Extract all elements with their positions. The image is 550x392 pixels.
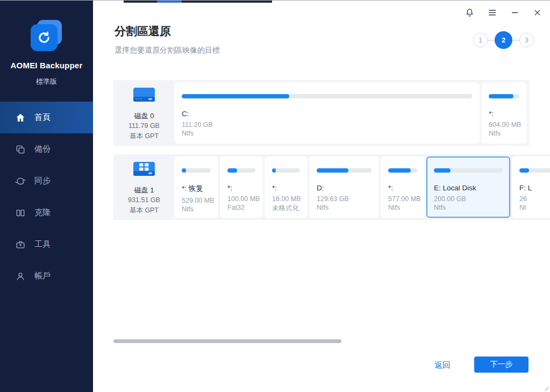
partition-size: 16.00 MB	[272, 195, 300, 203]
disk-row: 磁盘 1931.51 GB基本 GPT*: 恢复529.00 MBNtfs*:1…	[113, 154, 550, 220]
partition-filesystem: Ntfs	[388, 204, 417, 211]
partition-usage-bar	[434, 168, 503, 173]
disk-size: 931.51 GB	[128, 195, 160, 205]
main-area: 分割區還原 選擇您要還原分割區映像的目標 1 2 3 磁盘 0111.79 GB…	[93, 1, 550, 392]
disk-size: 111.79 GB	[128, 121, 160, 131]
partition-filesystem: Ntfs	[182, 130, 472, 137]
partition-size: 129.63 GB	[317, 195, 372, 203]
account-icon	[15, 271, 26, 282]
partition-usage-bar	[227, 168, 255, 173]
partition-filesystem: Fat32	[227, 204, 255, 211]
partition-card[interactable]: D:129.63 GBNtfs	[309, 156, 379, 218]
close-icon[interactable]	[531, 6, 544, 19]
disk-type: 基本 GPT	[130, 131, 159, 141]
partition-name: E: Local Disk	[434, 184, 503, 192]
sidebar-item-sync[interactable]: 同步	[0, 165, 93, 197]
horizontal-scrollbar-thumb[interactable]	[113, 339, 341, 343]
disk-type: 基本 GPT	[130, 205, 159, 215]
clone-icon	[15, 208, 26, 218]
partition-card[interactable]: *: 恢复529.00 MBNtfs	[174, 156, 218, 218]
partition-name: *:	[489, 110, 519, 118]
partition-size: 577.00 MB	[388, 195, 417, 203]
partition-filesystem: Ntfs	[489, 130, 519, 137]
sidebar-item-label: 帳戶	[34, 271, 51, 281]
partition-usage-bar	[489, 94, 519, 98]
sidebar-item-label: 備份	[34, 144, 51, 154]
partition-usage-bar	[388, 168, 417, 173]
partition-size: 604.00 MB	[489, 121, 519, 129]
partition-card[interactable]: F: L26Nt	[512, 156, 550, 218]
partition-card[interactable]: *:604.00 MBNtfs	[481, 82, 527, 144]
disk-name: 磁盘 1	[134, 186, 154, 195]
partition-name: *: 恢复	[182, 184, 211, 194]
menu-icon[interactable]	[485, 6, 498, 19]
partition-name: D:	[317, 184, 372, 192]
step-1: 1	[473, 33, 488, 47]
backup-icon	[15, 144, 26, 155]
partition-size: 26	[519, 195, 550, 203]
partition-card[interactable]: C:111.20 GBNtfs	[174, 82, 480, 144]
sidebar-item-label: 工具	[34, 239, 51, 250]
step-connector	[512, 40, 519, 41]
background-window-sliver-accent	[157, 1, 182, 3]
back-button[interactable]: 返回	[434, 360, 451, 370]
partition-usage-bar	[317, 168, 372, 173]
sidebar-item-label: 克隆	[34, 208, 51, 218]
tools-icon	[15, 239, 26, 250]
partition-usage-bar	[182, 168, 211, 173]
step-connector	[488, 40, 495, 41]
partition-usage-bar	[519, 168, 550, 173]
partition-filesystem: Nt	[519, 204, 550, 211]
sidebar-item-tools[interactable]: 工具	[0, 229, 93, 260]
app-edition: 標準版	[0, 77, 93, 87]
app-logo	[30, 20, 64, 52]
sidebar-item-account[interactable]: 帳戶	[0, 260, 93, 292]
step-3: 3	[519, 33, 534, 47]
sync-icon	[15, 176, 26, 187]
partition-name: *:	[388, 184, 417, 192]
sidebar-item-home[interactable]: 首頁	[0, 102, 93, 133]
disk-info: 磁盘 0111.79 GB基本 GPT	[116, 82, 173, 144]
disk-info: 磁盘 1931.51 GB基本 GPT	[116, 156, 173, 218]
partition-card[interactable]: *:16.00 MB未格式化	[265, 156, 308, 218]
partition-usage-bar	[182, 94, 472, 98]
sidebar-item-label: 首頁	[34, 112, 51, 123]
partition-card[interactable]: *:577.00 MBNtfs	[381, 156, 425, 218]
partition-size: 529.00 MB	[182, 197, 211, 204]
partition-card[interactable]: E: Local Disk200.00 GBNtfs	[426, 156, 510, 218]
sidebar-item-clone[interactable]: 克隆	[0, 197, 93, 229]
window-resize-grip[interactable]	[544, 386, 549, 391]
minimize-icon[interactable]	[508, 6, 521, 19]
partition-filesystem: Ntfs	[182, 205, 211, 213]
partition-filesystem: 未格式化	[272, 204, 300, 213]
partition-name: *:	[272, 184, 300, 192]
disk-panel: 磁盘 0111.79 GB基本 GPTC:111.20 GBNtfs*:604.…	[113, 80, 550, 224]
logo-sync-icon	[31, 24, 58, 51]
partition-size: 200.00 GB	[434, 195, 503, 203]
partition-card[interactable]: *:100.00 MBFat32	[220, 156, 263, 218]
partition-size: 100.00 MB	[227, 195, 255, 203]
partition-filesystem: Ntfs	[434, 204, 503, 211]
disk-grid-icon	[132, 159, 156, 182]
home-icon	[15, 112, 26, 123]
partition-usage-bar	[272, 168, 300, 173]
page-header: 分割區還原 選擇您要還原分割區映像的目標	[115, 24, 220, 55]
sidebar-item-backup[interactable]: 備份	[0, 133, 93, 165]
background-window-sliver	[124, 1, 272, 3]
titlebar-controls	[463, 6, 544, 19]
partition-name: *:	[227, 184, 255, 192]
sidebar-nav: 首頁備份同步克隆工具帳戶	[0, 102, 93, 292]
sidebar: AOMEI Backupper 標準版 首頁備份同步克隆工具帳戶	[0, 1, 93, 392]
disk-plain-icon	[132, 85, 156, 108]
page-subtitle: 選擇您要還原分割區映像的目標	[115, 46, 220, 55]
page-title: 分割區還原	[115, 24, 220, 39]
partition-size: 111.20 GB	[182, 121, 472, 129]
partition-name: C:	[182, 110, 472, 118]
disk-row: 磁盘 0111.79 GB基本 GPTC:111.20 GBNtfs*:604.…	[113, 80, 529, 146]
notifications-bell-icon[interactable]	[463, 6, 476, 19]
app-name: AOMEI Backupper	[0, 61, 93, 70]
step-indicator: 1 2 3	[473, 31, 534, 49]
partition-name: F: L	[519, 184, 550, 192]
next-button[interactable]: 下一步	[474, 357, 528, 373]
partition-filesystem: Ntfs	[317, 204, 372, 211]
